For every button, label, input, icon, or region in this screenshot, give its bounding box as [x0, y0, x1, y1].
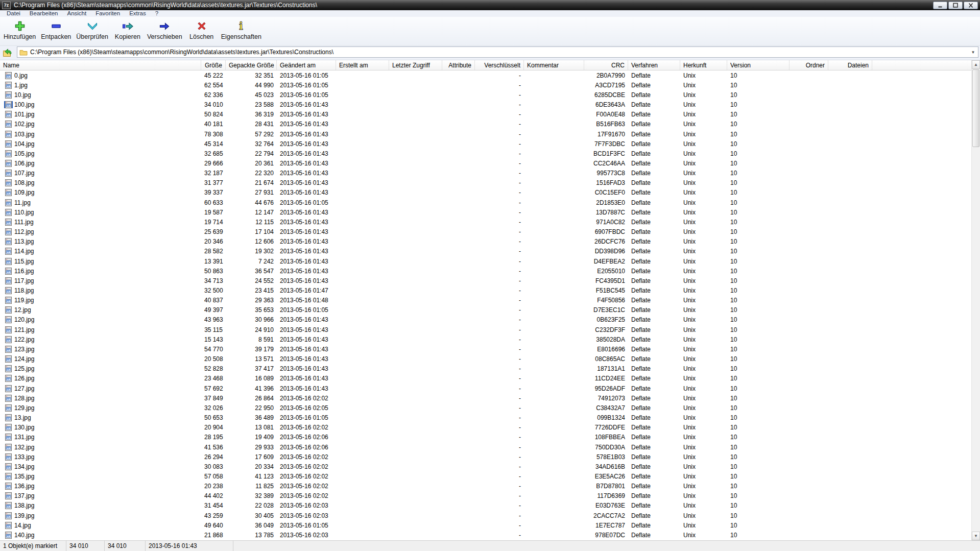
table-row[interactable]: 139.jpg43 25930 4052013-05-16 02:03-2CAC… [0, 511, 971, 520]
cell-name[interactable]: 137.jpg [0, 492, 201, 499]
column-header-host[interactable]: Herkunft [680, 60, 727, 70]
cell-name[interactable]: 117.jpg [0, 277, 201, 284]
cell-name[interactable]: 123.jpg [0, 346, 201, 353]
table-row[interactable]: 104.jpg45 31432 7642013-05-16 01:43-7F7F… [0, 139, 971, 149]
cell-name[interactable]: 116.jpg [0, 268, 201, 275]
cell-name[interactable]: 106.jpg [0, 160, 201, 167]
column-header-size[interactable]: Größe [201, 60, 226, 70]
cell-name[interactable]: 134.jpg [0, 463, 201, 470]
menu-extras[interactable]: Extras [125, 10, 151, 17]
table-row[interactable]: 131.jpg28 19519 4092013-05-16 02:06-108F… [0, 433, 971, 442]
maximize-button[interactable] [948, 2, 963, 9]
cell-name[interactable]: 0.jpg [0, 72, 201, 79]
table-row[interactable]: 116.jpg50 86336 5472013-05-16 01:43-E205… [0, 266, 971, 276]
menu-hilfe[interactable]: ? [151, 10, 163, 17]
cell-name[interactable]: 111.jpg [0, 219, 201, 226]
scroll-down-icon[interactable]: ▼ [972, 532, 980, 540]
cell-name[interactable]: 138.jpg [0, 502, 201, 509]
folder-up-button[interactable] [1, 46, 15, 58]
table-row[interactable]: 117.jpg34 71324 5522013-05-16 01:43-FC43… [0, 276, 971, 285]
table-row[interactable]: 114.jpg28 58219 3022013-05-16 01:43-DD39… [0, 247, 971, 256]
table-row[interactable]: 103.jpg78 30857 2922013-05-16 01:43-17F9… [0, 129, 971, 139]
table-row[interactable]: 119.jpg40 83729 3632013-05-16 01:48-F4F5… [0, 296, 971, 305]
cell-name[interactable]: 133.jpg [0, 453, 201, 461]
table-row[interactable]: 0.jpg45 22232 3512013-05-16 01:05-2B0A79… [0, 70, 971, 80]
menu-datei[interactable]: Datei [2, 10, 25, 17]
table-row[interactable]: 133.jpg26 29417 6092013-05-16 02:02-578E… [0, 452, 971, 462]
column-header-version[interactable]: Version [727, 60, 790, 70]
cell-name[interactable]: 126.jpg [0, 375, 201, 382]
table-row[interactable]: 124.jpg20 50813 5712013-05-16 01:43-08C8… [0, 354, 971, 364]
table-row[interactable]: 135.jpg57 05841 1232013-05-16 02:02-E3E5… [0, 471, 971, 481]
column-header-attributes[interactable]: Attribute [442, 60, 475, 70]
column-header-folders[interactable]: Ordner [790, 60, 828, 70]
cell-name[interactable]: 113.jpg [0, 238, 201, 245]
table-row[interactable]: 127.jpg57 69241 3962013-05-16 01:43-95D2… [0, 384, 971, 393]
cell-name[interactable]: 104.jpg [0, 140, 201, 148]
table-row[interactable]: 134.jpg30 08320 3342013-05-16 02:02-34AD… [0, 462, 971, 471]
table-row[interactable]: 132.jpg41 53629 9332013-05-16 02:06-750D… [0, 442, 971, 452]
cell-name[interactable]: 122.jpg [0, 336, 201, 343]
cell-name[interactable]: 105.jpg [0, 150, 201, 157]
table-row[interactable]: 101.jpg50 82436 3192013-05-16 01:43-F00A… [0, 110, 971, 119]
table-row[interactable]: 138.jpg31 45422 0282013-05-16 02:03-E03D… [0, 501, 971, 511]
cell-name[interactable]: 100.jpg [0, 101, 201, 108]
column-header-packed[interactable]: Gepackte Größe [226, 60, 277, 70]
cell-name[interactable]: 139.jpg [0, 512, 201, 519]
table-row[interactable]: 140.jpg21 86813 7852013-05-16 02:03-978E… [0, 530, 971, 540]
cell-name[interactable]: 114.jpg [0, 248, 201, 255]
cell-name[interactable]: 118.jpg [0, 287, 201, 294]
cell-name[interactable]: 136.jpg [0, 483, 201, 490]
table-row[interactable]: 109.jpg39 33727 9312013-05-16 01:43-C0C1… [0, 188, 971, 198]
scroll-up-icon[interactable]: ▲ [972, 60, 980, 69]
table-row[interactable]: 120.jpg43 96330 9662013-05-16 01:43-0B62… [0, 315, 971, 325]
column-header-accessed[interactable]: Letzter Zugriff [389, 60, 442, 70]
column-header-files[interactable]: Dateien [828, 60, 872, 70]
table-row[interactable]: 106.jpg29 66620 3612013-05-16 01:43-CC2C… [0, 158, 971, 168]
scrollbar-thumb[interactable] [972, 69, 979, 147]
table-row[interactable]: 13.jpg50 65336 4892013-05-16 01:05-099B1… [0, 413, 971, 422]
cell-name[interactable]: 120.jpg [0, 316, 201, 323]
menu-favoriten[interactable]: Favoriten [91, 10, 125, 17]
column-header-crc[interactable]: CRC [584, 60, 628, 70]
cell-name[interactable]: 127.jpg [0, 385, 201, 392]
table-row[interactable]: 118.jpg32 50023 4152013-05-16 01:47-F51B… [0, 285, 971, 295]
move-button[interactable]: Verschieben [145, 19, 185, 41]
column-header-comment[interactable]: Kommentar [524, 60, 584, 70]
cell-name[interactable]: 13.jpg [0, 414, 201, 421]
table-row[interactable]: 100.jpg34 01023 5882013-05-16 01:43-6DE3… [0, 100, 971, 109]
copy-button[interactable]: Kopieren [111, 19, 145, 41]
column-header-modified[interactable]: Geändert am [277, 60, 336, 70]
minimize-button[interactable] [933, 2, 947, 9]
column-header-name[interactable]: Name [0, 60, 201, 70]
extract-button[interactable]: Entpacken [38, 19, 74, 41]
cell-name[interactable]: 14.jpg [0, 522, 201, 529]
cell-name[interactable]: 101.jpg [0, 111, 201, 118]
table-row[interactable]: 107.jpg32 18722 3202013-05-16 01:43-9957… [0, 169, 971, 178]
cell-name[interactable]: 115.jpg [0, 258, 201, 265]
close-button[interactable] [964, 2, 978, 9]
cell-name[interactable]: 103.jpg [0, 131, 201, 138]
cell-name[interactable]: 121.jpg [0, 326, 201, 333]
cell-name[interactable]: 107.jpg [0, 170, 201, 177]
cell-name[interactable]: 108.jpg [0, 179, 201, 186]
table-row[interactable]: 121.jpg35 11524 9102013-05-16 01:43-C232… [0, 325, 971, 334]
table-row[interactable]: 112.jpg25 63917 1042013-05-16 01:43-6907… [0, 227, 971, 237]
table-row[interactable]: 123.jpg54 77039 1792013-05-16 01:43-E801… [0, 344, 971, 354]
table-row[interactable]: 113.jpg20 34612 6062013-05-16 01:43-26DC… [0, 237, 971, 247]
cell-name[interactable]: 124.jpg [0, 355, 201, 363]
table-row[interactable]: 129.jpg32 02622 9502013-05-16 02:05-C384… [0, 403, 971, 413]
table-row[interactable]: 10.jpg62 33645 0232013-05-16 01:05-6285D… [0, 90, 971, 100]
cell-name[interactable]: 12.jpg [0, 306, 201, 314]
table-row[interactable]: 11.jpg60 63344 6762013-05-16 01:05-2D185… [0, 198, 971, 207]
table-row[interactable]: 1.jpg62 55444 9902013-05-16 01:05-A3CD71… [0, 80, 971, 90]
cell-name[interactable]: 128.jpg [0, 395, 201, 402]
cell-name[interactable]: 119.jpg [0, 297, 201, 304]
table-row[interactable]: 115.jpg13 3917 2422013-05-16 01:43-D4EFB… [0, 256, 971, 266]
table-row[interactable]: 102.jpg40 18128 4312013-05-16 01:43-B516… [0, 119, 971, 129]
table-row[interactable]: 108.jpg31 37721 6742013-05-16 01:43-1516… [0, 178, 971, 188]
cell-name[interactable]: 11.jpg [0, 199, 201, 206]
delete-button[interactable]: Löschen [185, 19, 219, 41]
table-row[interactable]: 125.jpg52 82837 4172013-05-16 01:43-1871… [0, 364, 971, 374]
table-row[interactable]: 14.jpg49 64036 0492013-05-16 01:05-1E7EC… [0, 520, 971, 530]
